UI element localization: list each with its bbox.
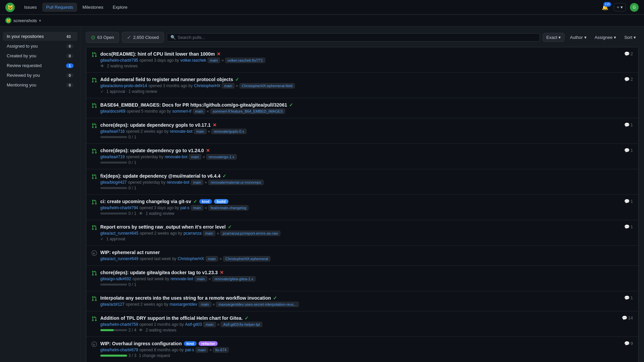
pr-title-link-1[interactable]: Add ephemeral field to register and runn…: [100, 77, 233, 82]
progress-bar-bg-5: [100, 187, 127, 189]
nav-issues[interactable]: Issues: [20, 3, 41, 12]
pr-repo-12[interactable]: gitea/helm-chart#679: [100, 348, 138, 352]
pr-title-link-0[interactable]: docs(README): hint of CPU limit lower th…: [100, 51, 215, 57]
breadcrumb-text[interactable]: screenshots: [13, 18, 37, 23]
pr-title-6: ci: create upcoming changelog via git-sv…: [100, 199, 621, 204]
pr-author-9[interactable]: renovate-bot: [170, 277, 193, 281]
sidebar-item-3[interactable]: Review requested1: [3, 61, 77, 70]
pr-author-7[interactable]: pcarranza: [183, 231, 201, 236]
pr-repo-9[interactable]: gitea/go-sdk#692: [100, 277, 131, 281]
pr-title-link-9[interactable]: chore(deps): update gitea/gitea docker t…: [100, 270, 218, 275]
pr-author-11[interactable]: Asif-git03: [185, 322, 202, 327]
pr-right-3: 💬 1: [624, 122, 633, 127]
table-row[interactable]: chore(deps): update dependency go to v1.…: [86, 144, 638, 169]
closed-tab[interactable]: ✓ 2,650 Closed: [122, 32, 164, 43]
nav-explore[interactable]: Explore: [109, 3, 131, 12]
sort-label: Sort: [624, 35, 632, 40]
pr-title-link-8[interactable]: WIP: ephemeral act runner: [100, 250, 160, 255]
closed-icon: ✓: [127, 34, 131, 41]
pr-title-link-10[interactable]: Interpolate any secrets into the uses st…: [100, 295, 271, 301]
pr-repo-1[interactable]: gitea/actions-proto-def#14: [100, 83, 147, 88]
pr-status-x-0: ✕: [217, 51, 221, 57]
pr-title-link-12[interactable]: WIP: Overhaul ingress configuration: [100, 341, 182, 346]
pr-repo-8[interactable]: gitea/act_runner#649: [100, 256, 138, 261]
table-row[interactable]: Report errors by setting raw_output when…: [86, 220, 638, 246]
pr-author-1[interactable]: ChristopherHX: [194, 83, 221, 88]
table-row[interactable]: Addition of TPL DRY support in the offic…: [86, 311, 638, 337]
nav-milestones[interactable]: Milestones: [78, 3, 107, 12]
pr-repo-2[interactable]: gitea/docs#69: [100, 109, 125, 114]
pr-meta-2: gitea/docs#69 opened 5 months ago by som…: [100, 109, 630, 114]
pr-title-link-2[interactable]: BASE64_EMBED_IMAGES: Docs for PR https:/…: [100, 102, 287, 108]
sidebar-item-2[interactable]: Created by you0: [3, 51, 77, 60]
pr-repo-0[interactable]: gitea/helm-chart#795: [100, 58, 138, 63]
sort-dropdown[interactable]: Sort ▾: [622, 33, 639, 42]
search-input[interactable]: [178, 35, 536, 40]
pr-title-link-6[interactable]: ci: create upcoming changelog via git-sv: [100, 199, 191, 204]
pr-author-10[interactable]: maxsargentdev: [170, 302, 197, 307]
open-tab[interactable]: ⊙ 63 Open: [86, 32, 119, 43]
pr-repo-7[interactable]: gitea/act_runner#645: [100, 231, 138, 236]
pr-author-4[interactable]: renovate-bot: [165, 155, 187, 159]
table-row[interactable]: Add ephemeral field to register and runn…: [86, 73, 638, 98]
pr-title-8: WIP: ephemeral act runner: [100, 250, 630, 255]
progress-bar-bg-6: [100, 213, 127, 215]
pr-title-link-11[interactable]: Addition of TPL DRY support in the offic…: [100, 315, 243, 321]
pr-meta-12: gitea/helm-chart#679 opened 8 months ago…: [100, 347, 621, 353]
pr-author-0[interactable]: volker.raschek: [180, 58, 206, 63]
pr-extra-text-1: 1 approval · 1 waiting review: [106, 89, 157, 94]
pr-repo-6[interactable]: gitea/helm-chart#794: [100, 205, 138, 210]
comment-number-10: 1: [631, 295, 633, 300]
pr-repo-10[interactable]: gitea/act#127: [100, 302, 124, 307]
pr-extra-5: 0 / 1: [100, 186, 630, 190]
pr-repo-3[interactable]: gitea/tea#716: [100, 129, 125, 134]
breadcrumb-arrow[interactable]: ▾: [39, 18, 41, 23]
pr-repo-4[interactable]: gitea/tea#719: [100, 155, 125, 159]
site-logo[interactable]: 🐱: [5, 3, 15, 12]
branch-from-8: main: [206, 256, 218, 261]
pr-repo-5[interactable]: gitea/blog#427: [100, 180, 127, 185]
pr-author-8[interactable]: ChristopherHX: [178, 256, 204, 261]
pr-author-5[interactable]: renovate-bot: [167, 180, 189, 185]
pr-author-2[interactable]: sommerl-If: [172, 109, 192, 114]
exact-button[interactable]: Exact ▾: [543, 33, 565, 42]
pr-author-3[interactable]: renovate-bot: [170, 129, 193, 134]
branch-from-5: main: [191, 180, 204, 185]
assignee-dropdown[interactable]: Assignee ▾: [592, 33, 619, 42]
pr-meta-4: gitea/tea#719 opened yesterday by renova…: [100, 154, 621, 160]
table-row[interactable]: BASE64_EMBED_IMAGES: Docs for PR https:/…: [86, 98, 638, 118]
pr-meta-11: gitea/helm-chart#759 opened 2 months ago…: [100, 322, 619, 327]
pr-meta-0: gitea/helm-chart#795 opened 3 days ago b…: [100, 58, 621, 63]
avatar[interactable]: G: [630, 3, 639, 12]
create-button[interactable]: + ▾: [614, 3, 626, 11]
table-row[interactable]: WIP: Overhaul ingress configurationkindr…: [86, 337, 638, 362]
table-row[interactable]: WIP: ephemeral act runnergitea/act_runne…: [86, 246, 638, 266]
table-row[interactable]: chore(deps): update dependency gopls to …: [86, 118, 638, 144]
pr-title-11: Addition of TPL DRY support in the offic…: [100, 315, 619, 321]
branch-to-7: pcarranza:pc/report-errors-as-raw: [220, 231, 280, 236]
comment-count-7: 💬 1: [624, 224, 633, 229]
table-row[interactable]: chore(deps): update gitea/gitea docker t…: [86, 266, 638, 291]
search-wrap: 🔍: [167, 33, 540, 42]
pr-title-link-4[interactable]: chore(deps): update dependency go to v1.…: [100, 148, 204, 153]
sidebar-item-label-3: Review requested: [7, 63, 66, 68]
table-row[interactable]: fix(deps): update dependency @mui/materi…: [86, 169, 638, 195]
nav-pull-requests[interactable]: Pull Requests: [42, 3, 77, 12]
pr-title-link-5[interactable]: fix(deps): update dependency @mui/materi…: [100, 173, 220, 179]
table-row[interactable]: ci: create upcoming changelog via git-sv…: [86, 195, 638, 220]
sidebar-item-1[interactable]: Assigned to you0: [3, 42, 77, 51]
pr-author-12[interactable]: pat-s: [185, 348, 194, 352]
author-dropdown[interactable]: Author ▾: [567, 33, 589, 42]
sidebar-item-5[interactable]: Mentioning you0: [3, 80, 77, 89]
pr-title-link-3[interactable]: chore(deps): update dependency gopls to …: [100, 122, 211, 128]
assignee-label: Assignee: [595, 35, 612, 40]
pr-repo-11[interactable]: gitea/helm-chart#759: [100, 322, 138, 327]
sidebar-item-4[interactable]: Reviewed by you0: [3, 71, 77, 80]
pr-author-6[interactable]: pat-s: [180, 205, 190, 210]
table-row[interactable]: docs(README): hint of CPU limit lower th…: [86, 47, 638, 73]
comment-icon-0: 💬: [624, 51, 630, 56]
pr-title-link-7[interactable]: Report errors by setting raw_output when…: [100, 224, 226, 230]
table-row[interactable]: Interpolate any secrets into the uses st…: [86, 291, 638, 311]
sidebar-item-0[interactable]: In your repositories63: [3, 32, 77, 41]
notifications-button[interactable]: 🔔 115: [600, 3, 610, 12]
